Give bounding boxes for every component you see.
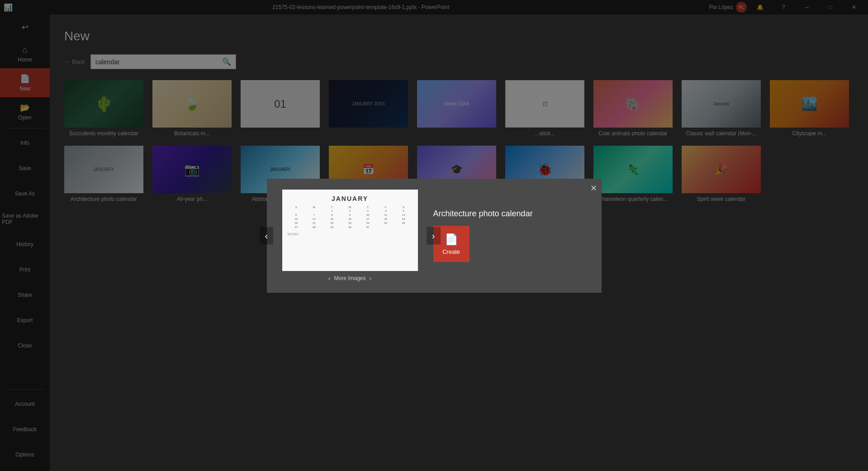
- modal-prev-button[interactable]: ‹: [260, 227, 274, 244]
- day-header-w: W: [341, 206, 359, 209]
- more-images-prev-button[interactable]: ‹: [328, 275, 331, 282]
- preview-day-headers: S M T W T F S 12345 6789101112 131415161…: [288, 206, 413, 229]
- notes-label: NOTES: [288, 233, 413, 236]
- modal-overlay[interactable]: ✕ ‹ JANUARY S M T W T: [0, 0, 868, 471]
- day-header-f: F: [377, 206, 394, 209]
- more-images-next-button[interactable]: ›: [370, 275, 372, 282]
- day-header-m: M: [305, 206, 323, 209]
- create-label: Create: [442, 248, 460, 255]
- preview-calendar-title: JANUARY: [288, 195, 413, 202]
- modal-body: ‹ JANUARY S M T W T F S: [267, 179, 602, 293]
- modal-info: Architecture photo calendar 📄 Create: [433, 209, 591, 262]
- day-header-t2: T: [359, 206, 377, 209]
- modal-preview: ‹ JANUARY S M T W T F S: [278, 190, 422, 282]
- modal-template-title: Architecture photo calendar: [433, 209, 591, 219]
- day-header-s1: S: [288, 206, 305, 209]
- modal-next-button[interactable]: ›: [427, 227, 441, 244]
- preview-calendar: JANUARY S M T W T F S 12345 6789101112: [282, 190, 418, 271]
- create-icon: 📄: [445, 233, 458, 246]
- day-header-s2: S: [395, 206, 413, 209]
- more-images-label: More Images: [334, 275, 365, 281]
- modal: ✕ ‹ JANUARY S M T W T: [267, 179, 602, 293]
- modal-more-images: ‹ More Images ›: [328, 275, 371, 282]
- modal-preview-image: JANUARY S M T W T F S 12345 6789101112: [282, 190, 418, 271]
- modal-close-button[interactable]: ✕: [590, 183, 597, 193]
- day-header-t1: T: [323, 206, 341, 209]
